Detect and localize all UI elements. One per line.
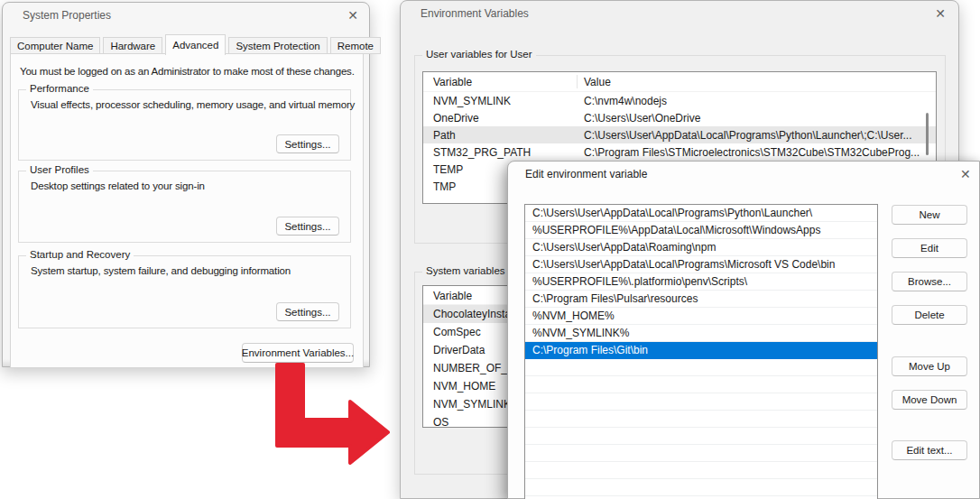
cell-variable: ComSpec — [433, 326, 481, 338]
cell-value: C:\Users\User\OneDrive — [584, 112, 700, 125]
table-row[interactable]: OneDrive C:\Users\User\OneDrive — [423, 109, 936, 126]
system-variables-group-title: System variables — [422, 265, 509, 276]
table-row-selected[interactable]: Path C:\Users\User\AppData\Local\Program… — [423, 126, 936, 143]
window-title: Environment Variables — [421, 7, 529, 20]
path-item-empty[interactable] — [525, 479, 877, 496]
path-item[interactable]: C:\Program Files\Pulsar\resources — [525, 291, 877, 308]
admin-note: You must be logged on as an Administrato… — [20, 66, 355, 77]
startup-recovery-group: Startup and Recovery System startup, sys… — [18, 255, 351, 328]
red-arrow-annotation — [273, 362, 391, 465]
edit-environment-variable-window: Edit environment variable ✕ C:\Users\Use… — [507, 161, 980, 499]
cell-variable: STM32_PRG_PATH — [433, 146, 531, 159]
column-header-variable[interactable]: Variable — [433, 290, 472, 302]
tab-remote[interactable]: Remote — [330, 37, 381, 54]
move-down-button[interactable]: Move Down — [892, 390, 967, 410]
column-header-value[interactable]: Value — [584, 76, 611, 88]
close-icon[interactable]: ✕ — [935, 6, 946, 21]
path-list: C:\Users\User\AppData\Local\Programs\Pyt… — [524, 204, 878, 499]
edit-environment-variable-titlebar[interactable]: Edit environment variable ✕ — [508, 162, 979, 192]
cell-variable: OneDrive — [433, 112, 479, 125]
edit-text-button[interactable]: Edit text... — [892, 440, 967, 460]
edit-button[interactable]: Edit — [892, 238, 967, 258]
user-profiles-settings-button[interactable]: Settings... — [276, 217, 339, 236]
environment-variables-titlebar[interactable]: Environment Variables ✕ — [401, 1, 958, 32]
user-profiles-description: Desktop settings related to your sign-in — [31, 180, 205, 191]
startup-recovery-settings-button[interactable]: Settings... — [276, 302, 339, 321]
cell-variable: OS — [433, 416, 448, 428]
table-row[interactable]: STM32_PRG_PATH C:\Program Files\STMicroe… — [423, 143, 936, 161]
column-divider — [577, 75, 578, 88]
tab-hardware[interactable]: Hardware — [103, 37, 162, 54]
cell-variable: NVM_SYMLINK — [433, 95, 511, 107]
path-item-selected[interactable]: C:\Program Files\Git\bin — [525, 342, 877, 359]
startup-recovery-group-title: Startup and Recovery — [26, 249, 134, 260]
close-icon[interactable]: ✕ — [347, 8, 358, 23]
tab-computer-name[interactable]: Computer Name — [10, 37, 100, 54]
path-item-empty[interactable] — [525, 359, 877, 376]
arrow-shape — [277, 365, 388, 463]
path-item[interactable]: %NVM_SYMLINK% — [525, 325, 877, 342]
browse-button[interactable]: Browse... — [892, 272, 967, 291]
user-variables-group-title: User variables for User — [422, 49, 536, 60]
advanced-tab-panel: You must be logged on as an Administrato… — [10, 53, 364, 368]
cell-variable: TMP — [433, 180, 456, 193]
startup-recovery-description: System startup, system failure, and debu… — [31, 265, 291, 276]
user-variables-header: Variable Value — [423, 72, 936, 92]
tab-system-protection[interactable]: System Protection — [228, 37, 327, 54]
path-item-empty[interactable] — [525, 411, 877, 428]
cell-variable: DriverData — [433, 344, 485, 356]
performance-group-title: Performance — [26, 83, 93, 94]
delete-button[interactable]: Delete — [892, 305, 967, 325]
cell-value: C:\nvm4w\nodejs — [584, 95, 667, 107]
window-title: System Properties — [23, 9, 111, 22]
close-icon[interactable]: ✕ — [960, 167, 971, 181]
window-title: Edit environment variable — [525, 168, 647, 180]
cell-variable: ChocolateyInstall — [433, 308, 515, 320]
performance-settings-button[interactable]: Settings... — [276, 134, 339, 153]
scrollbar-thumb[interactable] — [926, 113, 929, 155]
path-item[interactable]: C:\Users\User\AppData\Local\Programs\Mic… — [525, 256, 877, 273]
path-item-empty[interactable] — [525, 393, 877, 411]
performance-group: Performance Visual effects, processor sc… — [18, 89, 351, 161]
path-item[interactable]: %USERPROFILE%\AppData\Local\Microsoft\Wi… — [525, 222, 877, 239]
path-item-empty[interactable] — [525, 428, 877, 445]
path-item[interactable]: C:\Users\User\AppData\Local\Programs\Pyt… — [525, 205, 877, 222]
cell-variable: Path — [433, 129, 456, 142]
table-row[interactable]: NVM_SYMLINK C:\nvm4w\nodejs — [423, 92, 936, 109]
cell-value: C:\Program Files\STMicroelectronics\STM3… — [584, 146, 920, 159]
path-item-empty[interactable] — [525, 376, 877, 393]
new-button[interactable]: New — [892, 205, 967, 225]
cell-variable: NVM_SYMLINK — [433, 398, 511, 411]
system-properties-window: System Properties ✕ Computer Name Hardwa… — [2, 2, 370, 367]
path-item-empty[interactable] — [525, 445, 877, 462]
cell-variable: TEMP — [433, 163, 463, 176]
user-profiles-group-title: User Profiles — [26, 164, 93, 175]
performance-description: Visual effects, processor scheduling, me… — [31, 99, 355, 110]
path-item[interactable]: %NVM_HOME% — [525, 308, 877, 325]
column-header-variable[interactable]: Variable — [433, 76, 472, 88]
path-item-empty[interactable] — [525, 462, 877, 479]
path-item[interactable]: C:\Users\User\AppData\Roaming\npm — [525, 239, 877, 256]
tab-strip: Computer Name Hardware Advanced System P… — [10, 34, 381, 54]
screenshot-canvas: System Properties ✕ Computer Name Hardwa… — [0, 0, 980, 499]
move-up-button[interactable]: Move Up — [892, 356, 967, 376]
cell-value: C:\Users\User\AppData\Local\Programs\Pyt… — [584, 129, 912, 142]
cell-variable: NVM_HOME — [433, 380, 495, 393]
path-item[interactable]: %USERPROFILE%\.platformio\penv\Scripts\ — [525, 273, 877, 291]
user-profiles-group: User Profiles Desktop settings related t… — [18, 171, 351, 243]
environment-variables-button[interactable]: Environment Variables... — [242, 343, 354, 363]
system-properties-titlebar[interactable]: System Properties ✕ — [3, 3, 369, 33]
tab-advanced[interactable]: Advanced — [165, 34, 226, 55]
